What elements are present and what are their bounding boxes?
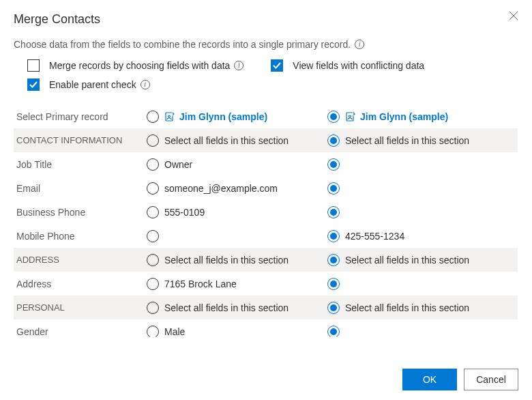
field-left-value: Male	[164, 326, 185, 337]
section-right-select-all-radio[interactable]	[327, 254, 340, 266]
close-icon[interactable]	[509, 11, 518, 20]
field-right-radio[interactable]	[327, 182, 340, 195]
primary-left-cell: Jim Glynn (sample)	[147, 111, 327, 123]
field-left-value: 555-0109	[164, 207, 205, 218]
field-row-gender: Gender Male	[14, 319, 518, 337]
field-right-radio[interactable]	[327, 230, 340, 242]
subtitle-text: Choose data from the fields to combine t…	[14, 39, 351, 50]
field-label: Job Title	[14, 159, 147, 170]
section-select-all-right: Select all fields in this section	[345, 302, 469, 313]
field-left-value: 7165 Brock Lane	[164, 278, 237, 289]
field-right-value: 425-555-1234	[345, 231, 404, 242]
field-row-job-title: Job Title Owner	[14, 152, 518, 176]
field-right-radio[interactable]	[327, 158, 340, 171]
field-label: Gender	[14, 326, 147, 337]
dialog-title: Merge Contacts	[14, 12, 518, 27]
field-label: Mobile Phone	[14, 231, 147, 242]
section-select-all-left: Select all fields in this section	[164, 135, 289, 146]
options-row-2: Enable parent check	[27, 78, 518, 91]
section-label: PERSONAL	[14, 302, 147, 313]
primary-left-name-text: Jim Glynn (sample)	[179, 111, 267, 122]
field-label: Business Phone	[14, 207, 147, 218]
cancel-button[interactable]: Cancel	[464, 369, 518, 390]
section-left-select-all-radio[interactable]	[147, 302, 159, 314]
primary-left-radio[interactable]	[147, 111, 159, 123]
field-left-value: Owner	[164, 159, 192, 170]
options-row-1: Merge records by choosing fields with da…	[27, 59, 518, 72]
section-right-select-all-radio[interactable]	[327, 302, 340, 314]
primary-right-radio[interactable]	[327, 111, 340, 123]
field-row-business-phone: Business Phone 555-0109	[14, 200, 518, 224]
section-header-address: ADDRESS Select all fields in this sectio…	[14, 248, 518, 272]
field-left-radio[interactable]	[147, 326, 159, 337]
info-icon[interactable]	[355, 40, 364, 49]
section-header-contact: CONTACT INFORMATION Select all fields in…	[14, 128, 518, 152]
merge-by-fields-checkbox[interactable]	[27, 59, 40, 72]
dialog-footer: OK Cancel	[402, 369, 518, 390]
field-left-radio[interactable]	[147, 158, 159, 171]
merge-by-fields-option[interactable]: Merge records by choosing fields with da…	[27, 59, 243, 72]
contact-icon	[164, 111, 175, 122]
section-header-personal: PERSONAL Select all fields in this secti…	[14, 296, 518, 319]
field-left-radio[interactable]	[147, 230, 159, 242]
field-label: Address	[14, 278, 147, 289]
view-conflicting-checkbox[interactable]	[271, 59, 283, 72]
section-select-all-right: Select all fields in this section	[345, 255, 469, 266]
dialog-subtitle: Choose data from the fields to combine t…	[14, 39, 518, 50]
section-left-select-all-radio[interactable]	[147, 134, 159, 147]
enable-parent-check-label: Enable parent check	[49, 79, 136, 90]
primary-right-cell: Jim Glynn (sample)	[327, 111, 518, 123]
field-row-address: Address 7165 Brock Lane	[14, 272, 518, 296]
section-select-all-left: Select all fields in this section	[164, 255, 289, 266]
primary-record-label: Select Primary record	[14, 111, 147, 122]
primary-right-name[interactable]: Jim Glynn (sample)	[345, 111, 448, 122]
field-left-radio[interactable]	[147, 206, 159, 218]
merge-contacts-dialog: Merge Contacts Choose data from the fiel…	[0, 0, 532, 400]
section-left-select-all-radio[interactable]	[147, 254, 159, 266]
enable-parent-check-option[interactable]: Enable parent check	[27, 78, 150, 91]
merge-by-fields-label: Merge records by choosing fields with da…	[49, 60, 230, 71]
field-right-radio[interactable]	[327, 206, 340, 218]
fields-scroll-area[interactable]: Select Primary record Jim Glynn (sample)…	[14, 104, 518, 337]
field-left-radio[interactable]	[147, 278, 159, 290]
info-icon[interactable]	[141, 80, 150, 89]
field-row-mobile-phone: Mobile Phone 425-555-1234	[14, 224, 518, 248]
field-row-email: Email someone_j@example.com	[14, 176, 518, 200]
field-label: Email	[14, 183, 147, 194]
section-label: ADDRESS	[14, 255, 147, 265]
field-left-value: someone_j@example.com	[164, 183, 278, 194]
field-left-radio[interactable]	[147, 182, 159, 195]
info-icon[interactable]	[234, 61, 243, 70]
ok-button[interactable]: OK	[402, 369, 457, 390]
section-right-select-all-radio[interactable]	[327, 134, 340, 147]
contact-icon	[345, 111, 356, 122]
field-right-radio[interactable]	[327, 326, 340, 337]
section-label: CONTACT INFORMATION	[14, 135, 147, 145]
field-right-radio[interactable]	[327, 278, 340, 290]
section-select-all-left: Select all fields in this section	[164, 302, 289, 313]
section-select-all-right: Select all fields in this section	[345, 135, 469, 146]
primary-record-row: Select Primary record Jim Glynn (sample)…	[14, 104, 518, 128]
view-conflicting-label: View fields with conflicting data	[293, 60, 424, 71]
primary-right-name-text: Jim Glynn (sample)	[360, 111, 448, 122]
primary-left-name[interactable]: Jim Glynn (sample)	[164, 111, 267, 122]
enable-parent-check-checkbox[interactable]	[27, 78, 40, 91]
view-conflicting-option[interactable]: View fields with conflicting data	[271, 59, 424, 72]
